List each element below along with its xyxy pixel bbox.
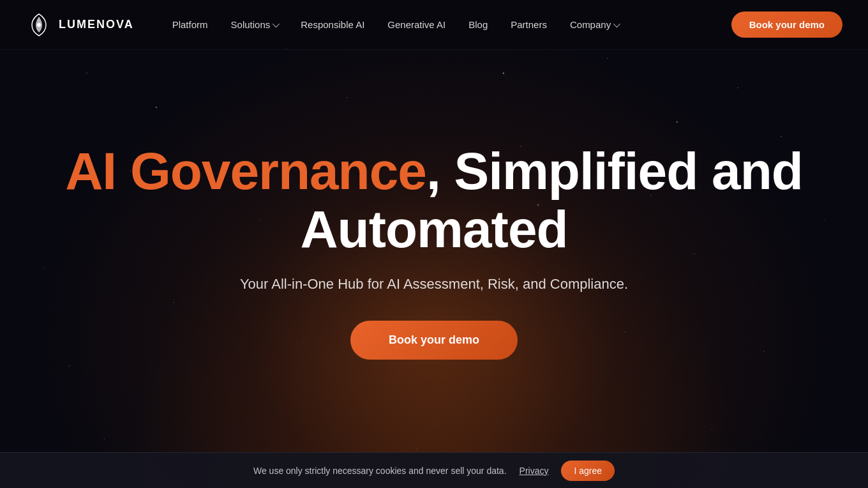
hero-title: AI Governance, Simplified and Automated [65,142,803,257]
nav-generative-ai[interactable]: Generative AI [387,19,445,30]
hero-title-comma: , Simplified and [426,142,803,200]
nav-links: Platform Solutions Responsible AI Genera… [172,19,618,30]
nav-company[interactable]: Company [570,19,618,30]
privacy-link[interactable]: Privacy [520,466,549,476]
nav-solutions[interactable]: Solutions [231,19,278,30]
navbar-left: LUMENOVA Platform Solutions Responsible … [26,11,618,38]
navbar: LUMENOVA Platform Solutions Responsible … [0,0,868,50]
nav-book-demo-button[interactable]: Book your demo [731,11,842,38]
svg-point-0 [37,23,41,27]
hero-section: AI Governance, Simplified and Automated … [0,50,868,452]
hero-title-orange: AI Governance [65,142,426,200]
nav-blog[interactable]: Blog [468,19,488,30]
logo-text: LUMENOVA [59,18,134,31]
cookie-banner: We use only strictly necessary cookies a… [0,452,868,488]
hero-subtitle: Your All-in-One Hub for AI Assessment, R… [240,276,628,293]
logo-icon [26,11,52,38]
cookie-message: We use only strictly necessary cookies a… [253,466,507,476]
company-chevron-icon [613,20,620,27]
solutions-chevron-icon [273,20,280,27]
cookie-agree-button[interactable]: I agree [561,461,615,481]
nav-platform[interactable]: Platform [172,19,208,30]
nav-partners[interactable]: Partners [511,19,547,30]
logo[interactable]: LUMENOVA [26,11,134,38]
hero-title-automated: Automated [300,200,567,258]
hero-book-demo-button[interactable]: Book your demo [350,321,518,360]
nav-responsible-ai[interactable]: Responsible AI [301,19,364,30]
